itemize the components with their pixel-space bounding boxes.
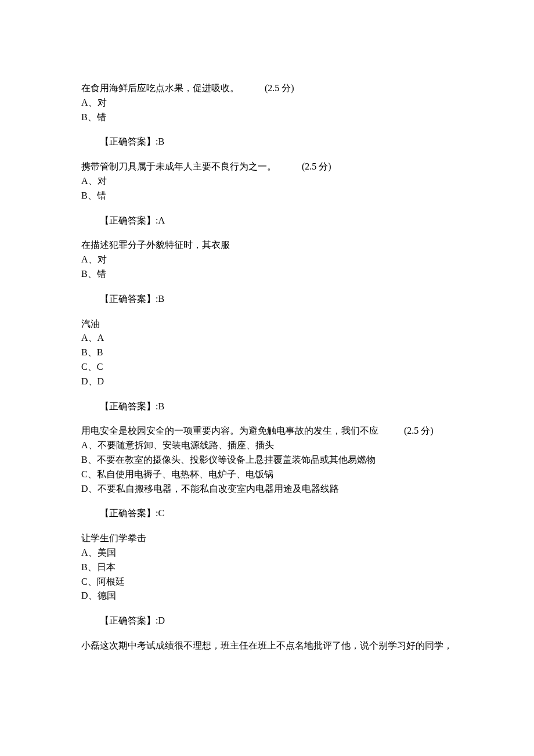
option-b: B、日本: [81, 560, 453, 575]
question-pad: [378, 424, 404, 438]
question-text: 在食用海鲜后应吃点水果，促进吸收。: [81, 81, 239, 96]
question-text: 用电安全是校园安全的一项重要内容。为避免触电事故的发生，我们不应: [81, 424, 378, 438]
question-line: 用电安全是校园安全的一项重要内容。为避免触电事故的发生，我们不应 (2.5 分): [81, 424, 453, 438]
correct-answer: 【正确答案】:C: [81, 506, 453, 521]
question-text: 汽油: [81, 317, 100, 332]
correct-answer: 【正确答案】:D: [81, 614, 453, 628]
option-b: B、错: [81, 267, 453, 282]
question-line: 汽油: [81, 317, 453, 332]
question-line: 小磊这次期中考试成绩很不理想，班主任在班上不点名地批评了他，说个别学习好的同学，: [81, 639, 453, 653]
question-line: 携带管制刀具属于未成年人主要不良行为之一。 (2.5 分): [81, 160, 453, 174]
question-line: 让学生们学拳击: [81, 531, 453, 546]
question-block-partial: 小磊这次期中考试成绩很不理想，班主任在班上不点名地批评了他，说个别学习好的同学，: [81, 639, 453, 653]
question-pad: [276, 160, 302, 174]
document-page: 在食用海鲜后应吃点水果，促进吸收。 (2.5 分) A、对 B、错 【正确答案】…: [0, 0, 534, 756]
option-a: A、对: [81, 174, 453, 189]
option-a: A、美国: [81, 546, 453, 560]
option-b: B、不要在教室的摄像头、投影仪等设备上悬挂覆盖装饰品或其他易燃物: [81, 453, 453, 467]
option-c: C、阿根廷: [81, 575, 453, 589]
question-block: 汽油 A、A B、B C、C D、D 【正确答案】:B: [81, 317, 453, 414]
question-block: 携带管制刀具属于未成年人主要不良行为之一。 (2.5 分) A、对 B、错 【正…: [81, 160, 453, 228]
question-block: 用电安全是校园安全的一项重要内容。为避免触电事故的发生，我们不应 (2.5 分)…: [81, 424, 453, 521]
question-line: 在食用海鲜后应吃点水果，促进吸收。 (2.5 分): [81, 81, 453, 96]
question-score: (2.5 分): [302, 160, 331, 174]
option-a: A、不要随意拆卸、安装电源线路、插座、插头: [81, 438, 453, 453]
option-b: B、B: [81, 345, 453, 360]
option-c: C、私自使用电褥子、电热杯、电炉子、电饭锅: [81, 467, 453, 482]
question-text: 让学生们学拳击: [81, 531, 146, 546]
question-block: 在描述犯罪分子外貌特征时，其衣服 A、对 B、错 【正确答案】:B: [81, 238, 453, 306]
option-b: B、错: [81, 110, 453, 125]
option-d: D、不要私自搬移电器，不能私自改变室内电器用途及电器线路: [81, 482, 453, 496]
question-text: 小磊这次期中考试成绩很不理想，班主任在班上不点名地批评了他，说个别学习好的同学，: [81, 639, 453, 653]
question-text: 携带管制刀具属于未成年人主要不良行为之一。: [81, 160, 276, 174]
option-c: C、C: [81, 360, 453, 375]
question-block: 让学生们学拳击 A、美国 B、日本 C、阿根廷 D、德国 【正确答案】:D: [81, 531, 453, 628]
question-score: (2.5 分): [265, 81, 294, 96]
option-a: A、对: [81, 253, 453, 267]
question-score: (2.5 分): [404, 424, 434, 438]
correct-answer: 【正确答案】:B: [81, 399, 453, 414]
question-line: 在描述犯罪分子外貌特征时，其衣服: [81, 238, 453, 253]
option-d: D、德国: [81, 589, 453, 603]
option-d: D、D: [81, 375, 453, 389]
correct-answer: 【正确答案】:B: [81, 292, 453, 307]
option-b: B、错: [81, 189, 453, 203]
option-a: A、A: [81, 331, 453, 345]
question-text: 在描述犯罪分子外貌特征时，其衣服: [81, 238, 230, 253]
correct-answer: 【正确答案】:B: [81, 135, 453, 149]
option-a: A、对: [81, 96, 453, 110]
question-pad: [239, 81, 265, 96]
question-block: 在食用海鲜后应吃点水果，促进吸收。 (2.5 分) A、对 B、错 【正确答案】…: [81, 81, 453, 149]
correct-answer: 【正确答案】:A: [81, 214, 453, 228]
